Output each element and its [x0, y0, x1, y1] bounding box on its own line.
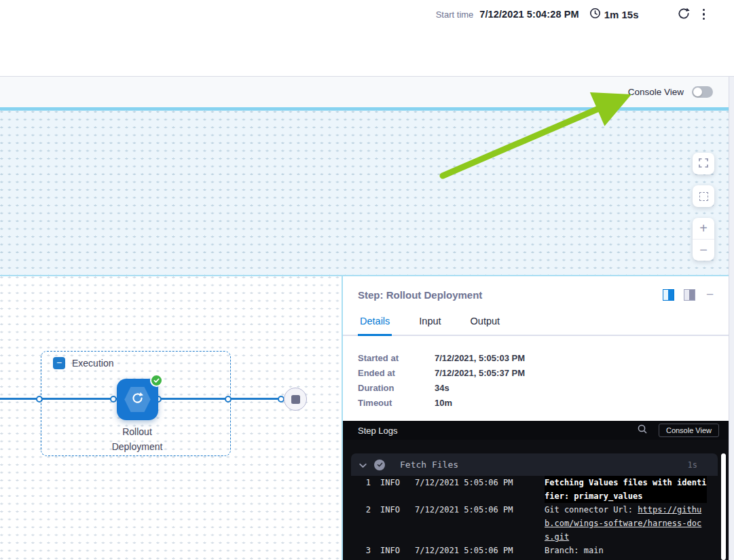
step-panel-title: Step: Rollout Deployment [358, 289, 482, 301]
rollout-hexagon [124, 386, 151, 413]
minimize-panel-button[interactable]: − [705, 290, 715, 299]
start-time-value: 7/12/2021 5:04:28 PM [479, 9, 579, 20]
step-panel-tabs: Details Input Output [343, 314, 729, 336]
execution-meta: Start time 7/12/2021 5:04:28 PM 1m 15s [436, 5, 706, 24]
elapsed-time-value: 1m 15s [604, 9, 639, 20]
panel-layout-controls: − [663, 289, 715, 301]
fit-to-screen-icon [699, 192, 708, 201]
tab-input[interactable]: Input [417, 314, 443, 336]
kebab-icon [703, 9, 705, 12]
console-view-toggle[interactable] [692, 86, 713, 98]
clock-icon [589, 7, 601, 22]
log-timestamp: 7/12/2021 5:05:06 PM [415, 503, 514, 517]
field-label: Started at [358, 353, 435, 363]
top-bar: Start time 7/12/2021 5:04:28 PM 1m 15s [0, 0, 734, 77]
zoom-out-icon: − [699, 243, 708, 257]
log-group-fetch-files[interactable]: Fetch Files 1s [351, 453, 718, 476]
start-time-label: Start time [436, 10, 474, 20]
log-row: 2 INFO 7/12/2021 5:05:06 PM Git connecto… [343, 503, 718, 544]
log-row: 3 INFO 7/12/2021 5:05:06 PM Branch: main [343, 544, 718, 557]
log-message: Git connector Url: https://github.com/wi… [545, 503, 707, 544]
field-label: Timeout [358, 398, 435, 408]
tab-output[interactable]: Output [469, 314, 502, 336]
log-level: INFO [380, 476, 401, 489]
fullscreen-button[interactable] [693, 153, 714, 174]
field-value: 34s [435, 383, 525, 393]
fit-to-screen-button[interactable] [693, 185, 714, 207]
console-view-label: Console View [628, 87, 684, 97]
log-lines: 1 INFO 7/12/2021 5:05:06 PM Fetching Val… [343, 476, 718, 560]
log-group-duration: 1s [688, 460, 697, 470]
refresh-button[interactable] [676, 5, 692, 24]
log-line-number: 1 [351, 476, 371, 489]
field-label: Duration [358, 383, 435, 393]
log-level: INFO [380, 544, 401, 557]
elapsed-time: 1m 15s [589, 7, 639, 22]
step-panel-header: Step: Rollout Deployment − [358, 287, 715, 302]
log-level: INFO [380, 503, 401, 517]
stop-icon [291, 395, 300, 404]
console-view-toggle-group: Console View [628, 77, 713, 107]
zoom-button-group: + − [693, 218, 714, 261]
logs-scrollbar[interactable] [721, 453, 726, 560]
step-graph-canvas[interactable]: − Execution Rollout Deployment [0, 276, 343, 560]
tab-details[interactable]: Details [358, 314, 392, 336]
end-node[interactable] [284, 388, 307, 411]
log-timestamp: 7/12/2021 5:05:06 PM [415, 476, 514, 489]
field-value: 10m [435, 398, 525, 408]
canvas-zoom-controls: + − [693, 153, 714, 261]
stage-toolbar: Console View [0, 77, 729, 107]
page-scrollbar-track[interactable] [729, 77, 734, 560]
zoom-in-button[interactable]: + [693, 218, 714, 240]
collapse-group-button[interactable]: − [53, 357, 65, 369]
step-details-panel: Step: Rollout Deployment − Details Input… [343, 276, 729, 421]
fullscreen-icon [699, 158, 708, 170]
logs-header-actions: Console View [637, 424, 719, 437]
minimize-icon: − [706, 287, 714, 301]
refresh-icon [677, 7, 691, 22]
rollout-deployment-node[interactable] [117, 379, 158, 420]
node-label: Rollout Deployment [96, 424, 178, 454]
panel-divider [342, 275, 343, 560]
log-row: 1 INFO 7/12/2021 5:05:06 PM Fetching Val… [343, 476, 718, 503]
log-message: Branch: main [545, 544, 707, 557]
toggle-knob [693, 88, 702, 96]
step-logs-panel: Step Logs Console View Fetch Files 1s 1 … [343, 421, 729, 560]
success-badge-icon [150, 374, 163, 387]
more-options-button[interactable] [701, 7, 707, 22]
group-success-icon [374, 460, 385, 470]
execution-group-label: Execution [72, 358, 113, 369]
layout-right-icon[interactable] [663, 289, 674, 301]
field-value: 7/12/2021, 5:05:03 PM [435, 353, 525, 363]
logs-console-view-button[interactable]: Console View [659, 424, 719, 437]
rollout-icon [130, 391, 145, 408]
collapse-icon: − [56, 358, 62, 367]
log-line-number: 3 [351, 544, 371, 557]
log-group-name: Fetch Files [400, 460, 458, 470]
zoom-in-icon: + [699, 221, 708, 235]
log-message-prefix: Git connector Url: [545, 505, 638, 515]
step-detail-fields: Started at 7/12/2021, 5:05:03 PM Ended a… [358, 353, 525, 408]
log-line-number: 2 [351, 503, 371, 517]
stage-graph-canvas[interactable]: + − [0, 111, 729, 275]
log-message: Fetching Values files with identifier: p… [545, 476, 707, 503]
field-value: 7/12/2021, 5:05:37 PM [435, 368, 525, 378]
chevron-down-icon [359, 459, 367, 471]
field-label: Ended at [358, 368, 435, 378]
zoom-out-button[interactable]: − [693, 240, 714, 261]
search-icon[interactable] [637, 424, 648, 437]
layout-bottom-icon[interactable] [684, 289, 695, 301]
step-logs-header: Step Logs Console View [343, 421, 729, 440]
log-timestamp: 7/12/2021 5:05:06 PM [415, 544, 514, 557]
step-logs-title: Step Logs [358, 426, 398, 436]
